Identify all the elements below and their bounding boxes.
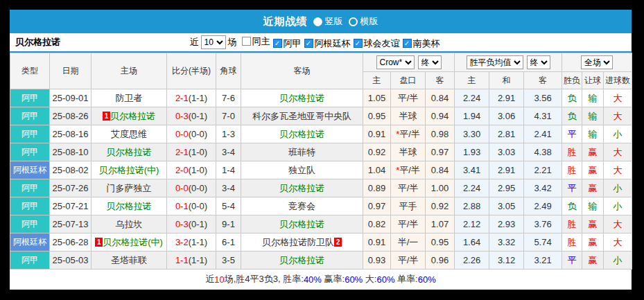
halftime-score: (0-1) — [189, 111, 207, 121]
horizontal-layout-radio[interactable] — [349, 17, 358, 26]
date-cell: 25-07-21 — [50, 197, 92, 215]
team-name[interactable]: 贝尔格拉诺防卫队 — [262, 237, 334, 247]
home-team-cell: 防卫者 — [92, 89, 167, 107]
scope-select[interactable]: 全场 — [581, 55, 613, 69]
checkbox-label[interactable]: 南美杯 — [413, 37, 440, 50]
vertical-layout-label[interactable]: 竖版 — [325, 15, 343, 28]
changed-odds-star: * — [396, 129, 399, 139]
team-name[interactable]: 乌拉坎 — [116, 219, 143, 229]
team-name[interactable]: 贝尔格拉诺(中) — [99, 165, 159, 175]
vertical-layout-radio[interactable] — [313, 17, 322, 26]
team-name[interactable]: 贝尔格拉诺(中) — [103, 237, 163, 247]
col-home: 主场 — [92, 53, 167, 89]
team-name[interactable]: 独立队 — [288, 165, 315, 175]
match-row[interactable]: 阿甲25-07-13乌拉坎0-3(0-1)9-1贝尔格拉诺0.82平/半1.07… — [10, 215, 632, 233]
date-cell: 25-08-10 — [50, 143, 92, 161]
horizontal-layout-label[interactable]: 横版 — [360, 15, 378, 28]
score-cell: 2-1(1-0) — [167, 143, 216, 161]
checkbox-label[interactable]: 同主 — [252, 35, 270, 48]
summary-segment: 60% — [345, 274, 363, 285]
league-checkbox-同主[interactable]: 同主 — [242, 35, 270, 48]
near-label: 近 — [190, 36, 199, 48]
match-row[interactable]: 阿甲25-07-26门多萨独立0-0(0-0)3-4贝尔格拉诺0.89平/半1.… — [10, 179, 632, 197]
odds-away-cell: 0.98 — [426, 125, 455, 143]
team-name[interactable]: 贝尔格拉诺 — [110, 111, 155, 121]
match-row[interactable]: 阿甲25-09-01防卫者2-1(1-1)7-6贝尔格拉诺1.05平/半0.84… — [10, 89, 632, 107]
team-name[interactable]: 贝尔格拉诺 — [279, 183, 324, 193]
league-type-cell: 阿甲 — [10, 143, 50, 161]
checkbox-label[interactable]: 阿根廷杯 — [315, 37, 351, 50]
match-row[interactable]: 阿甲25-08-10贝尔格拉诺2-1(1-0)3-4班菲特0.92半球0.971… — [10, 143, 632, 161]
team-name[interactable]: 贝尔格拉诺 — [107, 201, 152, 211]
team-name[interactable]: 圣塔菲联 — [111, 255, 147, 265]
away-team-cell: 贝尔格拉诺 — [241, 252, 363, 270]
score-cell: 3-2(1-1) — [167, 233, 216, 252]
score-cell: 0-3(0-1) — [167, 215, 216, 233]
fulltime-score: 0-0 — [175, 129, 189, 139]
mean-group-header: 胜平负均值 终 — [455, 53, 562, 72]
checked-checkbox-icon[interactable]: ✓ — [304, 39, 313, 48]
league-checkbox-阿甲[interactable]: ✓阿甲 — [273, 37, 302, 50]
mean-period-select[interactable]: 终 — [527, 55, 550, 69]
team-name[interactable]: 贝尔格拉诺 — [279, 255, 324, 265]
mean-home-cell: 1.64 — [455, 233, 489, 252]
odds-away-cell: 0.95 — [426, 233, 455, 252]
bookmaker-select[interactable]: Crow* — [376, 55, 415, 69]
match-row[interactable]: 阿根廷杯25-08-02贝尔格拉诺(中)2-0(1-0)1-4独立队1.04*平… — [10, 161, 632, 179]
date-cell: 25-08-16 — [50, 125, 92, 143]
team-name[interactable]: 班菲特 — [288, 147, 315, 157]
result-text: 负 — [568, 111, 577, 121]
odds-away-cell: 1.00 — [426, 179, 455, 197]
away-team-cell: 竞赛会 — [241, 197, 363, 215]
results-table: 类型 日期 主场 比分(半场) 角球 客场 Crow* 终 胜平负均值 终 — [10, 53, 632, 270]
league-checkbox-阿根廷杯[interactable]: ✓阿根廷杯 — [304, 37, 351, 50]
checked-checkbox-icon[interactable]: ✓ — [403, 39, 412, 48]
result-goals-cell: 大 — [604, 233, 632, 252]
team-name[interactable]: 竞赛会 — [288, 201, 315, 211]
mean-draw-cell: 3.06 — [489, 107, 524, 125]
league-checkbox-球会友谊[interactable]: ✓球会友谊 — [354, 37, 400, 50]
score-cell: 2-0(1-0) — [167, 161, 216, 179]
mean-away-cell: 2.21 — [524, 161, 562, 179]
mean-draw-cell: 2.95 — [489, 179, 524, 197]
date-cell: 25-05-03 — [50, 252, 92, 270]
score-cell: 0-1(0-0) — [167, 197, 216, 215]
handicap-cell: 半球 — [391, 107, 426, 125]
match-row[interactable]: 阿甲25-07-21贝尔格拉诺0-1(0-0)5-4竞赛会0.97平手0.922… — [10, 197, 632, 215]
odds-home-cell: 0.91 — [363, 233, 391, 252]
checked-checkbox-icon[interactable]: ✓ — [273, 39, 282, 48]
team-name[interactable]: 门多萨独立 — [107, 183, 152, 193]
team-name[interactable]: 贝尔格拉诺 — [279, 93, 324, 103]
mean-home-cell: 3.41 — [455, 161, 489, 179]
match-row[interactable]: 阿甲25-08-261贝尔格拉诺0-3(0-1)7-0科尔多瓦圣地亚哥中央队0.… — [10, 107, 632, 125]
result-goals-cell: 小 — [604, 197, 632, 215]
match-row[interactable]: 阿根廷杯25-06-281贝尔格拉诺(中)3-2(1-1)6-1贝尔格拉诺防卫队… — [10, 233, 632, 252]
checkbox-label[interactable]: 阿甲 — [284, 37, 302, 50]
result-text: 大 — [613, 147, 623, 157]
checkbox-label[interactable]: 球会友谊 — [364, 37, 400, 50]
unchecked-checkbox-icon[interactable] — [242, 37, 251, 46]
corner-cell: 7-6 — [216, 89, 241, 107]
match-row[interactable]: 阿甲25-08-16艾度思维0-0(0-0)1-3贝尔格拉诺0.91*平/半0.… — [10, 125, 632, 143]
result-wdl-cell: 平 — [562, 179, 582, 197]
match-count-select[interactable]: 10 — [201, 35, 226, 49]
team-name[interactable]: 科尔多瓦圣地亚哥中央队 — [252, 111, 351, 121]
team-name[interactable]: 贝尔格拉诺 — [279, 129, 324, 139]
halftime-score: (1-0) — [189, 147, 207, 157]
match-row[interactable]: 阿甲25-05-03圣塔菲联1-1(1-1)3-5贝尔格拉诺0.93平/半0.9… — [10, 252, 632, 270]
mean-draw-cell: 2.93 — [489, 215, 524, 233]
league-checkbox-南美杯[interactable]: ✓南美杯 — [403, 37, 440, 50]
summary-segment: 近 — [205, 273, 214, 285]
result-text: 平 — [568, 129, 577, 139]
team-name[interactable]: 艾度思维 — [111, 129, 147, 139]
result-wdl-cell: 胜 — [562, 215, 582, 233]
team-name[interactable]: 防卫者 — [116, 93, 143, 103]
recent-results-panel: 近期战绩 竖版 横版 贝尔格拉诺 近 10 场 同主✓阿甲✓阿根廷杯✓球会友谊✓… — [10, 10, 632, 290]
team-name[interactable]: 贝尔格拉诺 — [279, 219, 324, 229]
team-name[interactable]: 贝尔格拉诺 — [107, 147, 152, 157]
odds-home-cell: 0.95 — [363, 107, 391, 125]
odds-period-select[interactable]: 终 — [418, 55, 442, 69]
col-type: 类型 — [10, 53, 50, 89]
checked-checkbox-icon[interactable]: ✓ — [354, 39, 363, 48]
mean-type-select[interactable]: 胜平负均值 — [467, 55, 523, 69]
